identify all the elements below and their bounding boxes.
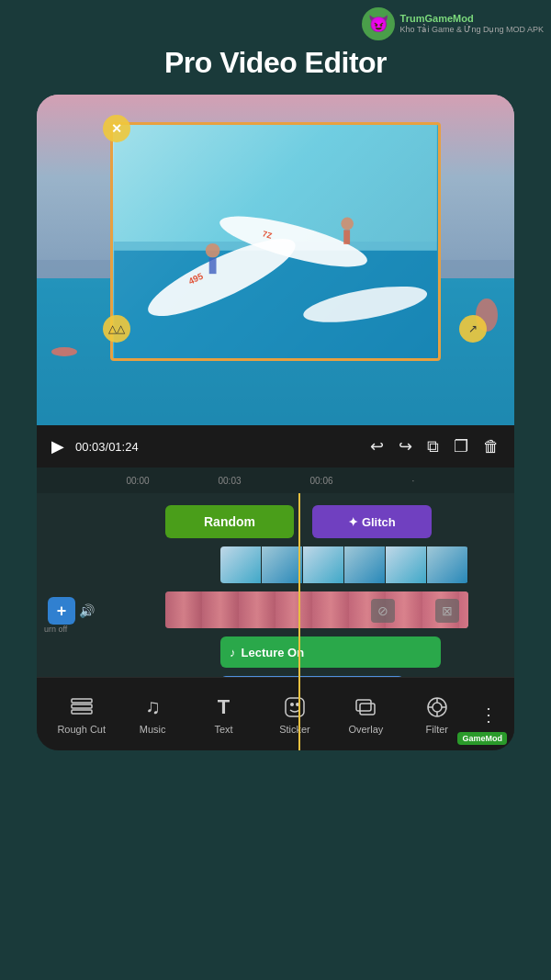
svg-rect-15: [72, 699, 92, 703]
toolbar-item-music[interactable]: ♫ Music: [120, 691, 185, 738]
svg-rect-21: [356, 700, 371, 711]
sticker-icon: [284, 694, 306, 720]
toolbar-item-rough-cut[interactable]: Rough Cut: [50, 691, 114, 738]
clip-glitch[interactable]: ✦ Glitch: [312, 505, 432, 538]
resize-br-icon: ↗: [468, 322, 478, 335]
clip-random-label: Random: [204, 514, 255, 529]
track-row-audio: + 🔊 urn off ⊘ ⊠: [37, 590, 514, 632]
clip-glitch-label: ✦ Glitch: [348, 515, 395, 529]
ruler-mark-0: 00:00: [92, 476, 184, 486]
toolbar-item-text[interactable]: T Text: [192, 691, 256, 738]
music-note-icon: ♪: [230, 646, 236, 659]
lecture-clip[interactable]: ♪ Lecture On: [220, 636, 441, 668]
watermark-text: TrumGameMod Kho Tải Game & Ứng Dụng MOD …: [400, 12, 544, 36]
track-content-lecture: ♪ Lecture On: [92, 635, 514, 671]
resize-tl-icon: △△: [108, 322, 125, 335]
watermark: 😈 TrumGameMod Kho Tải Game & Ứng Dụng MO…: [362, 7, 544, 40]
playback-bar: ▶ 00:03/01:24 ↩ ↪ ⧉ ❐ 🗑: [37, 425, 514, 467]
thumb-6: [427, 546, 468, 583]
bracket-button[interactable]: ⧉: [427, 437, 439, 456]
thumb-5: [386, 546, 427, 583]
phone-frame: 495 7Z ✕ △△ ↗ ▶ 00:03/01:24 ↩ ↪ ⧉ ❐ 🗑: [37, 95, 514, 750]
svg-point-24: [433, 703, 442, 712]
rough-cut-label: Rough Cut: [57, 724, 106, 735]
ruler-mark-end: ·: [367, 476, 459, 486]
text-label: Text: [214, 724, 232, 735]
timeline-ruler: 00:00 00:03 00:06 ·: [37, 467, 514, 493]
play-icon: ▶: [51, 436, 64, 456]
track-content-video: [92, 545, 514, 587]
audio-clip-inner: ⊘ ⊠: [165, 591, 468, 628]
track-content-text: Random ✦ Glitch: [92, 501, 514, 542]
track-row-video: [37, 545, 514, 587]
thumb-1: [220, 546, 262, 583]
playhead: [298, 493, 300, 750]
thumb-3: [303, 546, 344, 583]
track-row-lecture: ♪ Lecture On: [37, 635, 514, 671]
audio-clip[interactable]: ⊘ ⊠: [165, 591, 468, 628]
toolbar-item-filter[interactable]: Filter: [405, 691, 469, 738]
more-button[interactable]: ⋮: [476, 700, 501, 729]
watermark-logo-icon: 😈: [362, 7, 395, 40]
music-icon: ♫: [145, 694, 161, 720]
sticker-svg: [284, 696, 306, 718]
close-button[interactable]: ✕: [103, 115, 130, 142]
svg-rect-17: [72, 710, 92, 714]
redo-button[interactable]: ↪: [399, 436, 412, 456]
filter-label: Filter: [426, 724, 448, 735]
lecture-clip-label: Lecture On: [242, 646, 305, 659]
track-row-text: Random ✦ Glitch: [37, 501, 514, 542]
resize-handle-bottom-left[interactable]: △△: [103, 315, 130, 343]
music-label: Music: [140, 724, 166, 735]
toolbar-item-overlay[interactable]: Overlay: [333, 691, 398, 738]
thumb-4: [344, 546, 386, 583]
close-icon: ✕: [111, 121, 122, 136]
overlay-icon: [354, 694, 377, 720]
watermark-title: TrumGameMod: [400, 12, 544, 25]
video-preview: 495 7Z ✕ △△ ↗: [37, 95, 514, 425]
undo-button[interactable]: ↩: [370, 436, 384, 456]
rough-cut-icon: [71, 694, 93, 720]
game-badge: GameMod: [457, 732, 507, 745]
ruler-marks: 00:00 00:03 00:06 ·: [37, 476, 514, 486]
overlay-svg: [354, 698, 377, 716]
playback-icons-group: ↩ ↪ ⧉ ❐ 🗑: [370, 436, 500, 456]
watermark-subtitle: Kho Tải Game & Ứng Dụng MOD APK: [400, 25, 544, 36]
svg-rect-10: [209, 258, 217, 275]
overlay-label: Overlay: [348, 724, 383, 735]
video-thumbnails[interactable]: [220, 546, 468, 583]
copy-button[interactable]: ❐: [454, 436, 468, 456]
clip-scene-svg: 495 7Z: [113, 125, 438, 358]
bottom-toolbar: Rough Cut ♫ Music T Text Sticker: [37, 677, 514, 750]
watermark-title-part1: Trum: [400, 13, 425, 24]
timecode-display: 00:03/01:24: [75, 440, 359, 454]
play-button[interactable]: ▶: [51, 436, 64, 456]
svg-rect-16: [72, 704, 92, 708]
thumb-2: [262, 546, 303, 583]
filter-icon: [426, 694, 448, 720]
svg-point-19: [290, 703, 294, 706]
audio-no-icon[interactable]: ⊘: [371, 599, 395, 623]
watermark-title-part2: Game: [425, 13, 454, 24]
delete-button[interactable]: 🗑: [483, 437, 500, 456]
watermark-title-part3: Mod: [453, 13, 474, 24]
text-icon: T: [218, 694, 230, 720]
video-clip-overlay[interactable]: 495 7Z: [110, 122, 441, 361]
svg-rect-12: [343, 230, 350, 244]
svg-point-9: [206, 243, 220, 258]
svg-rect-18: [286, 698, 304, 716]
sticker-label: Sticker: [279, 724, 310, 735]
clip-random[interactable]: Random: [165, 505, 294, 538]
track-content-audio: ⊘ ⊠: [37, 590, 514, 632]
ruler-mark-3: 00:03: [184, 476, 276, 486]
video-clip-inner: 495 7Z: [113, 125, 438, 358]
rough-cut-svg: [71, 698, 93, 716]
audio-eq-icon[interactable]: ⊠: [435, 599, 459, 623]
svg-point-11: [341, 218, 354, 231]
filter-svg: [426, 696, 448, 718]
svg-rect-22: [360, 704, 375, 715]
svg-point-2: [51, 347, 77, 356]
ruler-mark-6: 00:06: [276, 476, 367, 486]
resize-handle-bottom-right[interactable]: ↗: [459, 315, 487, 343]
toolbar-item-sticker[interactable]: Sticker: [263, 691, 327, 738]
